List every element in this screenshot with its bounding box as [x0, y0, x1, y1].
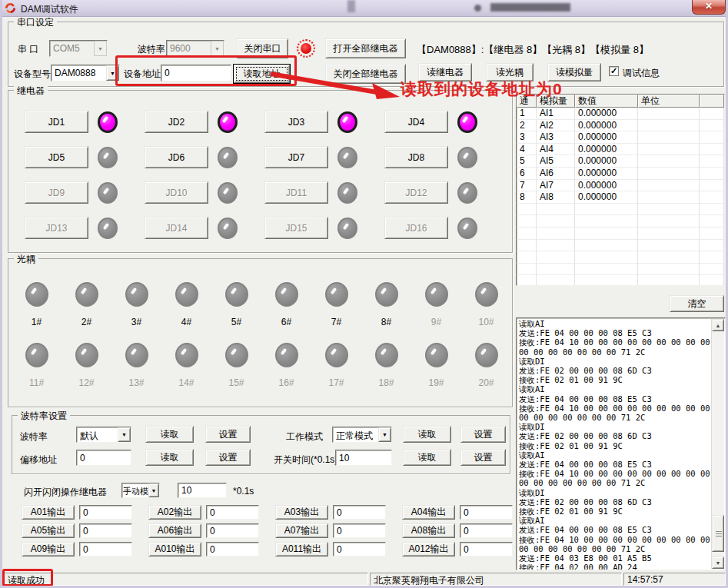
output-value-input[interactable]: 0: [460, 505, 513, 520]
open-all-relays-button[interactable]: 打开全部继电器: [325, 38, 406, 58]
debug-log-box[interactable]: 读取AI 发送:FE 04 00 00 00 08 E5 C3 接收:FE 04…: [516, 317, 726, 570]
table-row[interactable]: 2 AI2 0.000000: [517, 120, 724, 132]
baudrate-setting-select[interactable]: 默认 ▼: [76, 427, 131, 443]
analog-name-cell: [537, 204, 575, 216]
output-button[interactable]: A012输出: [402, 542, 455, 556]
read-switchtime-button[interactable]: 读取: [403, 449, 451, 466]
relay-cell: JD5: [25, 146, 145, 168]
relay-button[interactable]: JD9: [25, 181, 88, 204]
output-button[interactable]: A011输出: [275, 542, 328, 556]
output-value-input[interactable]: 0: [460, 542, 513, 556]
set-workmode-button[interactable]: 设置: [460, 426, 506, 443]
relay-button[interactable]: JD2: [145, 111, 208, 133]
work-mode-select[interactable]: 正常模式 ▼: [332, 427, 392, 443]
scroll-down-icon[interactable]: ▼: [712, 556, 724, 569]
output-button[interactable]: A08输出: [402, 523, 455, 538]
relay-led-indicator: [218, 147, 238, 168]
output-button[interactable]: A05输出: [22, 523, 75, 538]
table-row[interactable]: [517, 264, 724, 276]
output-value-input[interactable]: 0: [206, 505, 259, 520]
debug-info-checkbox[interactable]: ✓: [609, 66, 619, 76]
output-button[interactable]: A02输出: [148, 505, 201, 520]
relay-button[interactable]: JD3: [264, 111, 328, 133]
output-value-input[interactable]: 0: [206, 542, 259, 556]
spacer-cell: [700, 275, 724, 286]
table-row[interactable]: [517, 275, 724, 286]
baudrate-select[interactable]: 9600 ▼: [166, 40, 224, 57]
relay-button[interactable]: JD15: [264, 217, 328, 239]
value-cell: [575, 240, 638, 252]
output-value-input[interactable]: 0: [333, 505, 386, 520]
relay-button[interactable]: JD14: [145, 217, 208, 239]
output-button[interactable]: A010输出: [148, 542, 201, 556]
set-offset-button[interactable]: 设置: [205, 449, 251, 466]
set-baud-button[interactable]: 设置: [205, 426, 251, 443]
table-row[interactable]: [517, 251, 724, 264]
output-value-input[interactable]: 0: [79, 523, 132, 538]
relay-button[interactable]: JD1: [25, 111, 88, 133]
output-value-input[interactable]: 0: [79, 505, 132, 520]
relay-button[interactable]: JD11: [264, 181, 328, 204]
read-workmode-button[interactable]: 读取: [403, 426, 451, 443]
table-row[interactable]: [517, 228, 724, 240]
relay-button[interactable]: JD8: [384, 146, 448, 168]
relay-button[interactable]: JD6: [145, 146, 208, 168]
unit-cell: [638, 228, 700, 240]
output-value-input[interactable]: 0: [333, 523, 386, 538]
output-button[interactable]: A07输出: [275, 523, 328, 538]
column-header[interactable]: 数值: [575, 95, 638, 108]
output-value-input[interactable]: 0: [333, 542, 386, 556]
output-button[interactable]: A09输出: [22, 542, 75, 556]
output-value-input[interactable]: 0: [206, 523, 259, 538]
close-button[interactable]: ✕: [692, 0, 726, 15]
output-cell: A02输出 0: [148, 505, 275, 520]
output-button[interactable]: A06输出: [148, 523, 201, 538]
device-model-select[interactable]: DAM0888 ▼: [51, 65, 120, 81]
channel-cell: [517, 240, 537, 252]
relay-button[interactable]: JD13: [25, 217, 88, 239]
table-row[interactable]: [517, 240, 724, 252]
output-value-input[interactable]: 0: [79, 542, 132, 556]
opto-led-indicator: [325, 282, 348, 307]
output-value-input[interactable]: 0: [460, 523, 513, 538]
table-row[interactable]: [517, 204, 724, 216]
table-row[interactable]: 6 AI6 0.000000: [517, 168, 724, 180]
log-scrollbar[interactable]: ▲ ▼: [711, 319, 724, 569]
relay-button[interactable]: JD16: [384, 217, 448, 239]
column-header[interactable]: 单位: [638, 95, 700, 108]
scroll-up-icon[interactable]: ▲: [712, 319, 724, 331]
flash-mode-select[interactable]: 手动模式 ▼: [121, 483, 160, 498]
table-row[interactable]: 7 AI7 0.000000: [517, 180, 724, 192]
switch-time-input[interactable]: 10: [335, 450, 392, 466]
relay-button[interactable]: JD5: [25, 146, 88, 168]
flash-time-input[interactable]: 10: [178, 483, 227, 498]
serial-settings-group: 串口设定 串 口 COM5 ▼ 波特率 9600 ▼ 关闭串口 打开全部继电器 …: [8, 22, 724, 87]
output-button[interactable]: A03输出: [275, 505, 328, 520]
scrollbar-thumb[interactable]: [712, 515, 724, 552]
read-offset-button[interactable]: 读取: [145, 449, 194, 466]
table-row[interactable]: 1 AI1 0.000000: [517, 108, 724, 120]
close-serial-button[interactable]: 关闭串口: [237, 38, 288, 58]
table-row[interactable]: [517, 215, 724, 228]
relay-button[interactable]: JD4: [384, 111, 448, 133]
read-baud-button[interactable]: 读取: [145, 426, 194, 443]
output-button[interactable]: A01输出: [22, 505, 75, 520]
table-row[interactable]: 5 AI5 0.000000: [517, 155, 724, 168]
relay-button[interactable]: JD10: [145, 181, 208, 204]
set-switchtime-button[interactable]: 设置: [460, 449, 506, 466]
relay-button[interactable]: JD12: [384, 181, 448, 204]
clear-log-button[interactable]: 清空: [670, 295, 724, 312]
read-address-button[interactable]: 读取地址: [234, 65, 290, 83]
spacer-cell: [700, 155, 724, 168]
table-row[interactable]: 8 AI8 0.000000: [517, 191, 724, 204]
column-header[interactable]: [700, 95, 724, 108]
table-row[interactable]: 4 AI4 0.000000: [517, 144, 724, 156]
close-all-relays-button[interactable]: 关闭全部继电器: [325, 64, 406, 84]
output-button[interactable]: A04输出: [402, 505, 455, 520]
analog-input-table: 通 模拟量 数值 单位 1 AI1 0.000000 2 AI2 0.00: [516, 94, 725, 286]
table-row[interactable]: 3 AI3 0.000000: [517, 131, 724, 144]
com-port-select[interactable]: COM5 ▼: [49, 40, 108, 57]
offset-address-input[interactable]: 0: [76, 450, 131, 466]
device-address-input[interactable]: 0: [161, 65, 231, 81]
relay-button[interactable]: JD7: [264, 146, 328, 168]
